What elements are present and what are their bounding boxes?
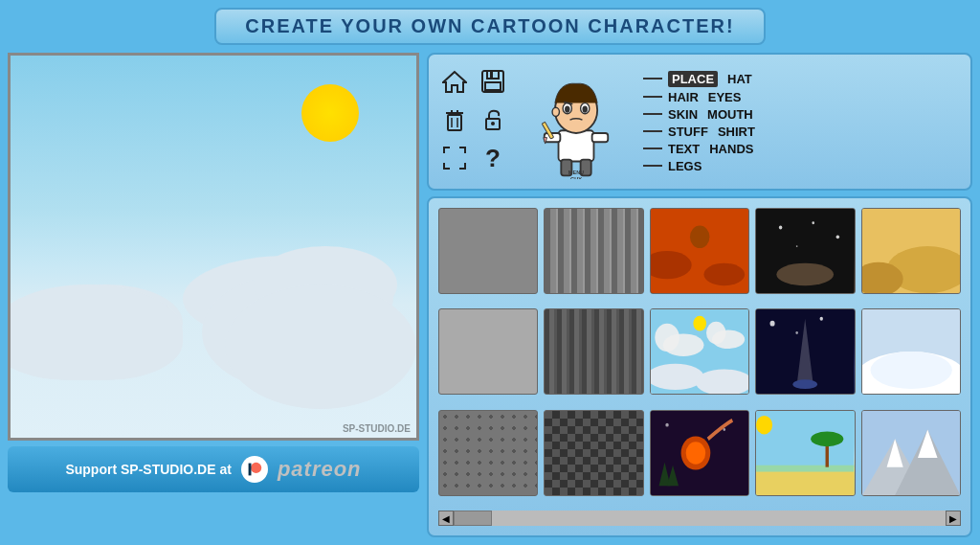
bg-thumb-dots[interactable] <box>438 410 538 496</box>
bg-thumb-clouds[interactable] <box>650 308 749 395</box>
patreon-label: patreon <box>278 457 362 482</box>
bg-thumb-snow[interactable] <box>861 308 961 395</box>
svg-point-38 <box>836 235 839 238</box>
svg-point-37 <box>813 221 815 224</box>
svg-point-36 <box>779 226 782 230</box>
unlock-icon[interactable] <box>480 107 505 136</box>
cat-line <box>643 96 662 98</box>
svg-point-23 <box>565 105 570 112</box>
category-row-hair: HAIR EYES <box>643 90 957 104</box>
category-row-skin: SKIN MOUTH <box>643 107 957 122</box>
category-hands[interactable]: HANDS <box>709 142 753 156</box>
cloud <box>8 284 183 380</box>
cat-line <box>643 113 662 115</box>
category-eyes[interactable]: EYES <box>708 90 742 104</box>
svg-point-63 <box>723 428 725 431</box>
help-icon[interactable]: ? <box>480 146 505 174</box>
svg-point-33 <box>703 263 745 285</box>
canvas-area[interactable]: SP-STUDIO.DE <box>8 53 419 441</box>
tool-icon-grid: ? <box>442 69 505 174</box>
left-panel: SP-STUDIO.DE Support SP-STUDIO.DE at pat… <box>8 53 419 537</box>
character-preview: MENU GUY <box>528 64 624 179</box>
controls-panel: ? <box>427 53 972 191</box>
svg-point-48 <box>712 330 745 350</box>
category-row-text: TEXT HANDS <box>643 142 957 156</box>
svg-rect-70 <box>756 471 854 494</box>
watermark: SP-STUDIO.DE <box>343 423 411 434</box>
sun-decoration <box>301 84 359 142</box>
svg-point-24 <box>582 105 588 112</box>
category-row-place: PLACE HAT <box>643 71 957 87</box>
bg-thumb-mars[interactable] <box>650 208 749 294</box>
page-title: CREATE YOUR OWN CARTOON CHARACTER! <box>245 15 734 37</box>
bg-thumb-gray-solid[interactable] <box>438 208 538 294</box>
background-grid <box>438 208 961 505</box>
bg-thumb-meteor[interactable] <box>650 410 749 496</box>
title-bar: CREATE YOUR OWN CARTOON CHARACTER! <box>214 8 765 45</box>
scrollbar[interactable]: ◀ ▶ <box>438 511 961 526</box>
svg-rect-6 <box>490 72 493 78</box>
cat-line <box>643 130 662 132</box>
category-place[interactable]: PLACE <box>668 71 718 87</box>
category-skin[interactable]: SKIN <box>668 107 698 122</box>
svg-point-39 <box>796 245 798 247</box>
patreon-logo-icon <box>241 456 268 483</box>
svg-point-73 <box>756 416 772 435</box>
home-icon[interactable] <box>442 69 467 98</box>
svg-rect-5 <box>485 82 501 90</box>
bg-thumb-night[interactable] <box>755 308 855 395</box>
scroll-left-arrow[interactable]: ◀ <box>438 511 454 526</box>
svg-point-62 <box>665 422 668 426</box>
expand-icon[interactable] <box>442 146 467 174</box>
svg-rect-1 <box>248 464 251 476</box>
svg-point-40 <box>777 263 835 285</box>
main-content: SP-STUDIO.DE Support SP-STUDIO.DE at pat… <box>8 53 972 537</box>
category-hair[interactable]: HAIR <box>668 90 699 104</box>
scroll-track <box>454 511 946 526</box>
bg-thumb-space[interactable] <box>755 208 855 294</box>
category-text[interactable]: TEXT <box>668 142 700 156</box>
svg-marker-2 <box>443 72 466 92</box>
svg-point-26 <box>552 107 559 116</box>
svg-point-65 <box>685 442 704 464</box>
bg-thumb-gray-stripes[interactable] <box>544 208 643 294</box>
category-row-legs: LEGS <box>643 159 957 173</box>
right-panel: ? <box>427 53 972 537</box>
background-panel: ◀ ▶ <box>427 196 972 537</box>
support-bar[interactable]: Support SP-STUDIO.DE at patreon <box>8 446 419 492</box>
delete-icon[interactable] <box>442 107 467 136</box>
svg-point-0 <box>251 463 261 473</box>
svg-rect-17 <box>592 133 609 142</box>
cat-line <box>643 78 662 79</box>
svg-point-72 <box>811 431 843 446</box>
category-row-stuff: STUFF SHIRT <box>643 125 957 139</box>
category-mouth[interactable]: MOUTH <box>707 107 753 122</box>
svg-point-55 <box>796 331 799 334</box>
category-stuff[interactable]: STUFF <box>668 125 708 139</box>
scroll-thumb[interactable] <box>454 511 492 526</box>
svg-text:GUY: GUY <box>570 176 582 179</box>
cloud <box>225 284 416 409</box>
svg-point-34 <box>690 226 709 248</box>
cat-line <box>643 148 662 149</box>
bg-thumb-gray-dark-stripe[interactable] <box>544 308 643 395</box>
category-legs[interactable]: LEGS <box>668 159 702 173</box>
bg-thumb-beach[interactable] <box>755 410 855 496</box>
category-shirt[interactable]: SHIRT <box>718 125 755 139</box>
save-icon[interactable] <box>480 69 505 98</box>
svg-point-60 <box>870 352 951 389</box>
bg-thumb-gray-med[interactable] <box>438 308 538 395</box>
svg-point-46 <box>663 334 704 356</box>
scroll-right-arrow[interactable]: ▶ <box>946 511 961 526</box>
svg-point-14 <box>491 122 495 125</box>
svg-rect-7 <box>448 115 461 130</box>
category-hat[interactable]: HAT <box>727 72 752 86</box>
cloud-group <box>11 246 416 438</box>
svg-point-54 <box>820 317 823 321</box>
svg-text:MENU: MENU <box>568 170 584 175</box>
bg-thumb-snowy-mountain[interactable] <box>861 410 961 496</box>
bg-thumb-desert[interactable] <box>861 208 961 294</box>
svg-rect-15 <box>559 130 594 161</box>
svg-point-57 <box>793 380 818 390</box>
bg-thumb-checker[interactable] <box>544 410 643 496</box>
